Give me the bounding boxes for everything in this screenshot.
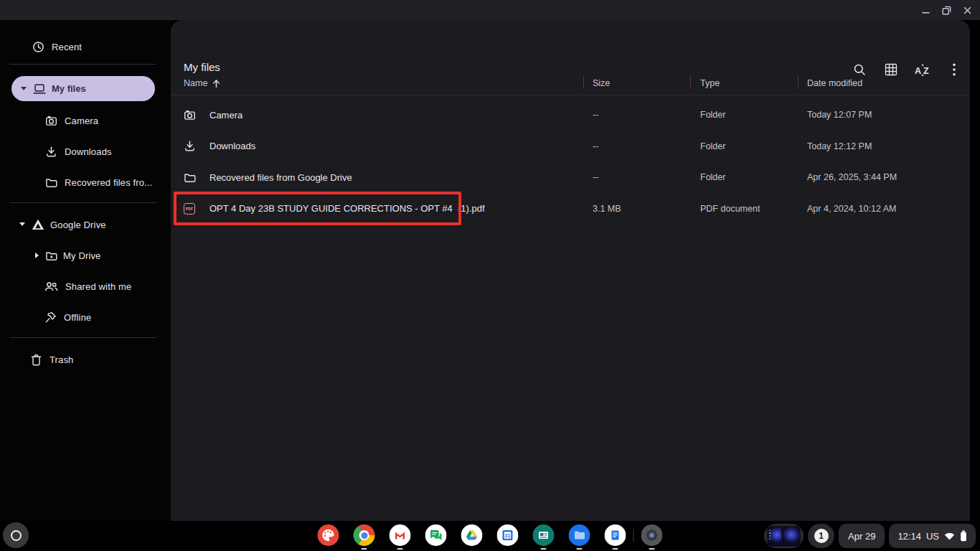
file-name: Recovered files from Google Drive xyxy=(209,162,352,194)
file-size: 3.1 MB xyxy=(593,193,621,225)
file-type: Folder xyxy=(700,100,725,131)
restore-button[interactable] xyxy=(936,0,957,20)
folder-icon xyxy=(184,162,196,194)
sidebar-item-shared-with-me[interactable]: Shared with me xyxy=(0,277,171,296)
file-size: -- xyxy=(593,100,598,131)
file-type: PDF document xyxy=(700,193,760,225)
people-icon xyxy=(44,281,58,292)
sidebar: Recent My files Camera Download xyxy=(0,20,171,521)
sidebar-item-trash[interactable]: Trash xyxy=(0,350,171,369)
chat-app-icon[interactable] xyxy=(425,524,447,546)
settings-app-icon[interactable] xyxy=(641,524,663,546)
window-titlebar xyxy=(0,0,980,20)
running-indicator xyxy=(362,548,367,550)
sidebar-item-label: Google Drive xyxy=(50,220,106,230)
chevron-down-icon[interactable] xyxy=(21,87,27,91)
trash-icon xyxy=(31,354,42,366)
files-app-icon[interactable] xyxy=(569,524,590,546)
sidebar-item-offline[interactable]: Offline xyxy=(0,308,171,326)
column-header-name[interactable]: Name xyxy=(184,78,221,88)
notification-counter[interactable]: 1 xyxy=(808,524,834,548)
date-label: Apr 29 xyxy=(848,531,875,542)
table-row-pdf-highlighted[interactable]: PDF OPT 4 Day 23B STUDY GUIDE CORRECTION… xyxy=(171,193,960,225)
file-name: Downloads xyxy=(209,131,255,162)
status-area: 1 Apr 29 12:14 US xyxy=(764,524,976,548)
minimize-button[interactable] xyxy=(915,0,936,20)
running-indicator xyxy=(541,548,547,550)
table-row[interactable]: Camera -- Folder Today 12:07 PM xyxy=(171,100,960,131)
download-icon xyxy=(184,131,196,162)
column-divider xyxy=(798,76,798,89)
file-size: -- xyxy=(593,162,598,194)
sidebar-item-recovered-files[interactable]: Recovered files fro... xyxy=(0,173,171,192)
drive-app-icon[interactable] xyxy=(461,524,483,546)
shelf: 31 xyxy=(0,521,980,551)
news-app-icon[interactable] xyxy=(533,524,555,546)
battery-icon xyxy=(960,530,967,542)
notification-count: 1 xyxy=(814,529,829,543)
sidebar-item-label: Trash xyxy=(50,354,74,365)
input-method-label: US xyxy=(926,531,939,542)
sidebar-divider xyxy=(9,337,156,338)
running-indicator xyxy=(649,548,655,550)
running-indicator xyxy=(577,548,583,550)
chevron-right-icon[interactable] xyxy=(35,253,39,259)
chevron-down-icon[interactable] xyxy=(19,222,26,227)
file-date-modified: Today 12:12 PM xyxy=(807,131,872,162)
shelf-separator xyxy=(633,529,634,542)
sidebar-item-label: Offline xyxy=(64,312,91,323)
clock-label: 12:14 xyxy=(897,531,921,542)
chrome-app-icon[interactable] xyxy=(354,524,375,546)
calendar-app-icon[interactable]: 31 xyxy=(497,524,519,546)
sidebar-item-recent[interactable]: Recent xyxy=(0,37,171,56)
sort-ascending-arrow-icon xyxy=(212,79,221,88)
file-type: Folder xyxy=(700,162,725,194)
laptop-icon xyxy=(33,83,46,95)
sidebar-item-downloads[interactable]: Downloads xyxy=(0,142,171,161)
camera-icon xyxy=(45,115,57,126)
sidebar-item-google-drive[interactable]: Google Drive xyxy=(0,215,171,234)
download-icon xyxy=(45,146,57,158)
table-header: Name Size Type Date modified xyxy=(171,20,970,95)
table-row[interactable]: Downloads -- Folder Today 12:12 PM xyxy=(171,131,960,162)
file-date-modified: Apr 4, 2024, 10:12 AM xyxy=(807,193,896,225)
sidebar-item-label: Recent xyxy=(52,42,82,52)
column-header-size[interactable]: Size xyxy=(593,78,610,88)
sidebar-item-label: Camera xyxy=(65,116,98,126)
running-indicator xyxy=(613,548,618,550)
sidebar-divider xyxy=(9,64,156,65)
calendar-date-button[interactable]: Apr 29 xyxy=(839,524,885,548)
sidebar-item-my-files[interactable]: My files xyxy=(11,76,155,101)
file-date-modified: Today 12:07 PM xyxy=(807,100,872,131)
sidebar-item-my-drive[interactable]: My Drive xyxy=(0,246,171,265)
svg-text:31: 31 xyxy=(505,533,511,538)
files-main-pane: My files A Z xyxy=(171,20,970,521)
sidebar-item-camera[interactable]: Camera xyxy=(0,111,171,130)
file-size: -- xyxy=(593,131,598,162)
pin-icon xyxy=(44,311,57,324)
sidebar-item-label: My files xyxy=(52,83,86,94)
column-header-type[interactable]: Type xyxy=(700,78,720,88)
table-row[interactable]: Recovered files from Google Drive -- Fol… xyxy=(171,162,960,194)
tote-holding-space[interactable] xyxy=(764,524,804,548)
restore-icon xyxy=(942,6,951,15)
close-button[interactable] xyxy=(957,0,978,20)
system-tray[interactable]: 12:14 US xyxy=(889,524,976,548)
file-type: Folder xyxy=(700,131,725,162)
drive-folder-icon xyxy=(45,250,57,261)
folder-icon xyxy=(45,177,57,188)
column-divider xyxy=(690,76,691,89)
google-drive-icon xyxy=(32,219,44,230)
docs-app-icon[interactable] xyxy=(605,524,626,546)
launcher-button[interactable] xyxy=(3,522,29,548)
column-header-date-modified[interactable]: Date modified xyxy=(807,78,862,88)
shelf-apps: 31 xyxy=(311,524,670,546)
gmail-app-icon[interactable] xyxy=(390,524,411,546)
column-divider xyxy=(583,76,584,89)
launcher-icon xyxy=(11,530,22,541)
close-icon xyxy=(963,6,971,14)
screenshot-thumbnail[interactable] xyxy=(782,527,800,546)
screen: Recent My files Camera Download xyxy=(0,0,980,551)
file-name: OPT 4 Day 23B STUDY GUIDE CORRECTIONS - … xyxy=(209,193,485,225)
canvas-app-icon[interactable] xyxy=(318,524,339,546)
